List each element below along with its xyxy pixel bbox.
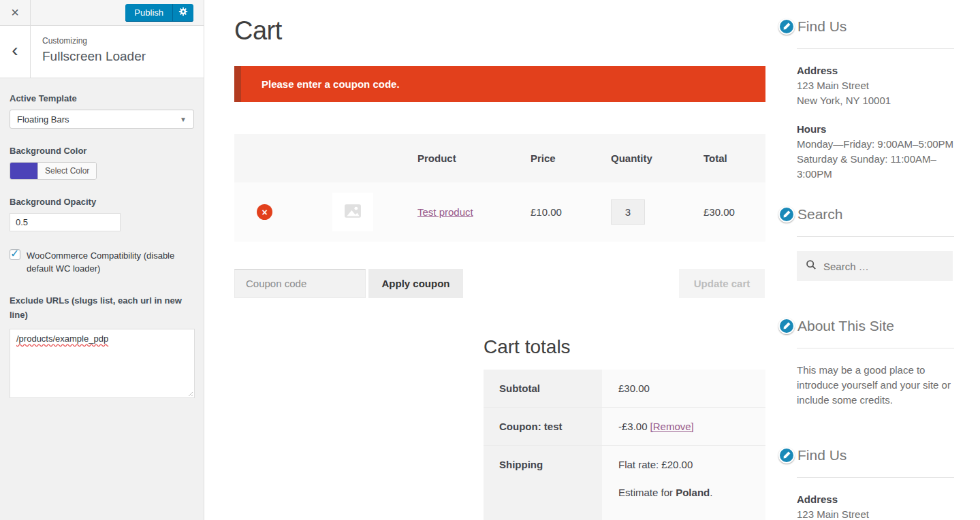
address-line: 123 Main Street	[797, 507, 954, 520]
widget-title: Find Us	[797, 447, 847, 464]
header-product: Product	[417, 152, 531, 164]
address-heading: Address	[797, 492, 954, 507]
address-line: 123 Main Street	[797, 78, 954, 93]
panel-title: Fullscreen Loader	[42, 49, 146, 64]
back-button[interactable]: ‹	[0, 26, 31, 78]
panel-controls: Active Template Floating Bars ▼ Backgrou…	[0, 78, 204, 398]
shipping-rate: Flat rate: £20.00	[618, 459, 765, 470]
product-link[interactable]: Test product	[417, 206, 473, 218]
background-opacity-label: Background Opacity	[10, 197, 194, 207]
widget-content: This may be a good place to introduce yo…	[797, 363, 954, 408]
background-color-label: Background Color	[10, 146, 194, 156]
pencil-icon	[783, 449, 791, 461]
gear-icon	[178, 7, 188, 18]
widget-search: Search	[778, 206, 954, 281]
header-price: Price	[531, 152, 611, 164]
wc-compatibility-row: ✓ WooCommerce Compatibility (disable def…	[10, 249, 194, 275]
coupon-code-input[interactable]	[234, 269, 366, 298]
pencil-icon	[783, 320, 791, 332]
wc-compatibility-checkbox[interactable]: ✓	[10, 249, 20, 260]
section-meta: Customizing Fullscreen Loader	[31, 26, 146, 78]
background-color-control: Select Color	[10, 162, 97, 180]
coupon-error-notice[interactable]: Please enter a coupon code.	[234, 66, 765, 102]
close-icon: ×	[11, 5, 19, 20]
remove-cell: ×	[234, 204, 296, 220]
exclude-urls-label: Exclude URLs (slugs list, each url in ne…	[10, 293, 194, 322]
header-quantity: Quantity	[611, 152, 704, 164]
shipping-estimate: Estimate for Poland.	[618, 487, 765, 498]
subtotal-row: Subtotal £30.00	[484, 370, 765, 408]
notice-text: Please enter a coupon code.	[262, 78, 400, 90]
item-price: £10.00	[531, 206, 611, 218]
widget-divider	[797, 236, 954, 237]
widget-find-us-2: Find Us Address 123 Main Street	[778, 447, 954, 520]
shipping-value: Flat rate: £20.00 Estimate for Poland.	[602, 446, 765, 520]
publish-group: Publish	[125, 0, 193, 25]
remove-x-icon: ×	[262, 207, 267, 218]
widget-header: About This Site	[778, 318, 954, 334]
apply-coupon-button[interactable]: Apply coupon	[368, 269, 463, 298]
update-cart-button[interactable]: Update cart	[679, 269, 765, 298]
chevron-left-icon: ‹	[12, 39, 18, 61]
site-preview: Cart Please enter a coupon code. Product…	[205, 0, 980, 520]
active-template-value: Floating Bars	[17, 114, 69, 125]
coupon-label: Coupon: test	[484, 408, 602, 445]
publish-settings-button[interactable]	[172, 4, 193, 22]
shipping-row: Shipping Flat rate: £20.00 Estimate for …	[484, 446, 765, 520]
customizer-panel: × Publish ‹ Customizing Fullscreen Loade…	[0, 0, 204, 520]
estimate-prefix: Estimate for	[618, 487, 676, 498]
exclude-urls-value: /products/example_pdp	[16, 334, 108, 344]
estimate-country: Poland	[676, 487, 710, 498]
cart-totals-table: Subtotal £30.00 Coupon: test -£3.00[Remo…	[484, 370, 765, 520]
remove-coupon-link[interactable]: [Remove]	[650, 421, 694, 432]
page-title: Cart	[234, 16, 282, 46]
wc-compatibility-label: WooCommerce Compatibility (disable defau…	[27, 249, 189, 275]
quantity-cell	[611, 199, 704, 225]
address-heading: Address	[797, 63, 954, 78]
cart-table-header: Product Price Quantity Total	[234, 134, 765, 182]
edit-widget-button[interactable]	[778, 206, 795, 223]
chevron-down-icon: ▼	[180, 116, 187, 123]
widget-title: Find Us	[797, 18, 847, 35]
header-total: Total	[704, 152, 765, 164]
shipping-label: Shipping	[484, 446, 602, 520]
edit-widget-button[interactable]	[778, 447, 795, 464]
widget-title: Search	[797, 206, 843, 223]
image-placeholder-icon	[344, 202, 362, 222]
widget-header: Search	[778, 206, 954, 223]
exclude-urls-textarea[interactable]: /products/example_pdp	[10, 329, 195, 398]
edit-widget-button[interactable]	[778, 18, 795, 35]
breadcrumb: Customizing	[42, 36, 146, 46]
estimate-suffix: .	[710, 487, 712, 498]
publish-button[interactable]: Publish	[125, 4, 172, 22]
widget-content: Address 123 Main Street	[797, 492, 954, 520]
select-color-button[interactable]: Select Color	[37, 163, 96, 179]
background-color-swatch[interactable]	[10, 163, 37, 179]
widget-header: Find Us	[778, 447, 954, 464]
quantity-input[interactable]	[611, 199, 645, 225]
hours-line: Saturday & Sunday: 11:00AM–3:00PM	[797, 152, 954, 182]
background-opacity-input[interactable]	[10, 213, 121, 231]
address-line: New York, NY 10001	[797, 93, 954, 108]
topbar-spacer	[31, 0, 125, 25]
item-total: £30.00	[704, 206, 765, 218]
panel-section-header: ‹ Customizing Fullscreen Loader	[0, 26, 204, 78]
search-input[interactable]	[823, 261, 932, 272]
active-template-select[interactable]: Floating Bars ▼	[10, 110, 194, 129]
widget-title: About This Site	[797, 318, 894, 334]
widget-header: Find Us	[778, 18, 954, 35]
coupon-value: -£3.00[Remove]	[602, 408, 765, 445]
product-thumbnail[interactable]	[332, 193, 373, 231]
checkmark-icon: ✓	[10, 247, 19, 260]
cart-totals-title: Cart totals	[484, 336, 571, 358]
close-customizer-button[interactable]: ×	[0, 0, 31, 25]
search-box	[797, 251, 953, 281]
search-icon	[806, 259, 817, 273]
subtotal-label: Subtotal	[484, 370, 602, 407]
remove-item-button[interactable]: ×	[257, 204, 272, 220]
thumbnail-cell	[296, 193, 417, 231]
widget-divider	[797, 48, 954, 49]
widget-divider	[797, 348, 954, 348]
subtotal-value: £30.00	[602, 370, 765, 407]
edit-widget-button[interactable]	[778, 318, 795, 334]
